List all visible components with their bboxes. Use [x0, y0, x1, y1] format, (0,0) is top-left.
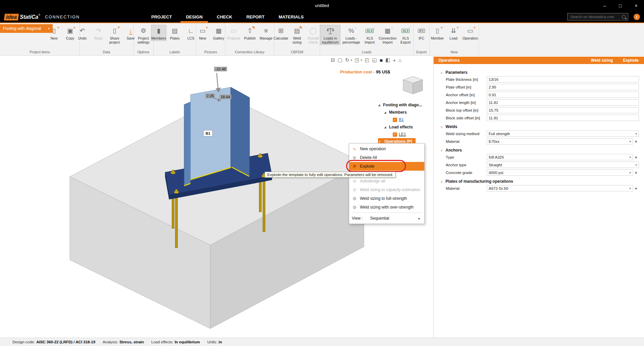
fit-view-icon[interactable]: ▢	[338, 57, 342, 63]
explode-action-button[interactable]: Explode	[623, 58, 639, 63]
3d-viewport[interactable]: -22.48 2.25 18.44 B1 Production cost-95 …	[0, 56, 434, 338]
weld-sizing-method-select[interactable]: Full strength ▾	[487, 130, 639, 137]
tree-item-members[interactable]: ◢ Members	[384, 109, 422, 116]
anchor-bolt-type-select[interactable]: 5/8 A325 ▾	[487, 154, 633, 160]
menu-item-weld-sizing-full-strength[interactable]: ⚙ Weld sizing to full-strength	[349, 194, 424, 203]
transparent-view-icon[interactable]: ◧	[385, 57, 390, 63]
ribbon-ifc-button[interactable]: IFC IFC	[414, 25, 429, 41]
expander-icon[interactable]: ◢	[378, 104, 381, 107]
minimize-button[interactable]: –	[597, 0, 612, 11]
ribbon-connection-import-button[interactable]: ▦↓ Connection Import	[378, 25, 397, 45]
block-top-offset-input[interactable]	[487, 107, 639, 113]
weld-material-select[interactable]: E70xx ▾	[487, 138, 633, 145]
plate-material-select[interactable]: A572 Gr.50 ▾	[487, 185, 633, 191]
search-input[interactable]	[570, 14, 622, 19]
checkbox-checked-icon[interactable]: ✓	[393, 132, 397, 137]
rotate-view-icon[interactable]: ↻	[345, 57, 350, 63]
ribbon-group-label: Connection Library	[225, 50, 274, 54]
info-button[interactable]: i	[634, 14, 640, 20]
menu-item-weld-sizing-over-strength[interactable]: ⚙ Weld sizing with over-strength	[349, 203, 424, 212]
orientation-cube[interactable]	[401, 75, 425, 97]
solid-view-icon[interactable]: ■	[380, 57, 383, 63]
tab-report[interactable]: REPORT	[239, 11, 271, 22]
search-box[interactable]	[567, 13, 628, 20]
tree-item-le1-label[interactable]: LE1	[399, 132, 406, 137]
ribbon-members-toggle[interactable]: ▮ Members	[151, 25, 166, 41]
maximize-button[interactable]: □	[612, 0, 628, 11]
member-tag-b1[interactable]: B1	[203, 130, 213, 136]
tree-item-b1-label[interactable]: B1	[399, 117, 404, 122]
close-button[interactable]: ×	[628, 0, 644, 11]
expander-icon[interactable]: ◢	[384, 111, 387, 114]
template-selector-dropdown[interactable]: Footing with diagonal ▾	[0, 24, 53, 33]
wireframe-view-icon[interactable]: ◰	[365, 57, 370, 63]
ribbon-xls-import-button[interactable]: XLS↓ XLS Import	[362, 25, 377, 45]
menu-item-weld-sizing-capacity[interactable]: ⚙ Weld sizing to capacity estimation	[349, 185, 424, 194]
plate-offset-input[interactable]	[487, 84, 639, 90]
section-anchors-header[interactable]: ∨ Anchors	[440, 148, 639, 153]
ribbon-publish-button[interactable]: ⇧✎ Publish	[242, 25, 258, 41]
add-plate-material-button[interactable]: +	[633, 186, 639, 191]
home-view-icon[interactable]: ⌂	[398, 57, 401, 63]
tab-project[interactable]: PROJECT	[144, 11, 179, 22]
hidden-line-view-icon[interactable]: ◱	[372, 57, 377, 63]
param-row-anchor-offset: Anchor offset [in]	[446, 92, 639, 98]
gear-icon: ⚙	[352, 187, 357, 192]
concrete-grade-select[interactable]: 4000 psi ▾	[487, 169, 633, 176]
block-side-offset-input[interactable]	[487, 115, 639, 121]
ribbon-picture-new-button[interactable]: ▭+ New	[195, 25, 210, 41]
ribbon-loads-percentage-button[interactable]: %↓ Loads - percentage	[341, 25, 361, 45]
section-plates-header[interactable]: ∨ Plates of manufacturing operations	[440, 179, 639, 184]
section-parameters-header[interactable]: ∨ Parameters	[440, 70, 639, 75]
ribbon-share-project-button[interactable]: ▯↗ Share project	[107, 25, 122, 45]
operations-panel: Operations Weld sizing Explode ∨ Paramet…	[434, 56, 644, 338]
anchor-offset-input[interactable]	[487, 92, 639, 98]
tree-item-load-effects[interactable]: ◢ Load effects	[384, 123, 422, 131]
ribbon-xls-export-button[interactable]: XLS↑ XLS Export	[398, 25, 413, 45]
crop-view-icon[interactable]: ◳	[355, 57, 359, 63]
ribbon-project-settings-button[interactable]: ⚙ Project settings	[133, 25, 153, 45]
expander-icon[interactable]: ◢	[384, 126, 387, 129]
tab-design[interactable]: DESIGN	[179, 11, 210, 22]
ribbon-loads-in-equilibrium-toggle[interactable]: Loads in equilibrium	[320, 25, 340, 45]
tree-item-le1[interactable]: ✓ LE1	[393, 131, 422, 138]
ribbon-propose-button[interactable]: ▭ Propose	[226, 25, 241, 41]
anchor-length-input[interactable]	[487, 99, 639, 106]
ribbon-calculate-button[interactable]: ⊞ Calculate	[273, 25, 289, 41]
section-title: Plates of manufacturing operations	[445, 179, 513, 184]
menu-item-new-operation[interactable]: ∿ New operation	[349, 145, 424, 153]
add-weld-material-button[interactable]: +	[633, 139, 639, 144]
menu-item-view[interactable]: View : Sequential ▸	[349, 214, 424, 223]
anchor-shape-select[interactable]: Straight ▾	[487, 162, 639, 168]
tab-materials[interactable]: MATERIALS	[272, 11, 311, 22]
section-view-icon[interactable]: ⊟	[331, 57, 335, 63]
ribbon-gallery-button[interactable]: ▦ Gallery	[211, 25, 226, 41]
checkbox-checked-icon[interactable]: ✓	[393, 118, 397, 122]
menu-item-autodesign-all[interactable]: ⚙ Autodesign all	[349, 177, 424, 185]
ribbon-manage-button[interactable]: ≡ Manage	[258, 25, 274, 41]
pan-view-icon[interactable]: +	[393, 57, 396, 63]
add-anchor-type-button[interactable]: +	[633, 155, 639, 160]
tree-item-b1[interactable]: ✓ B1	[393, 116, 422, 123]
gallery-icon: ▦	[213, 26, 224, 36]
ribbon-overall-check-button[interactable]: ◯ Overall check	[306, 25, 321, 45]
tree-item-root[interactable]: ◢ Footing with diago...	[378, 101, 422, 109]
chevron-down-icon[interactable]: ▾	[361, 59, 362, 62]
add-concrete-grade-button[interactable]: +	[633, 170, 639, 175]
plate-thickness-input[interactable]	[487, 76, 639, 82]
ribbon-new-operation-button[interactable]: ▭+ Operation	[462, 25, 479, 41]
expander-icon[interactable]: ▸	[379, 140, 383, 143]
ribbon-undo-button[interactable]: ↶ Undo	[75, 25, 90, 41]
section-welds-header[interactable]: ∨ Welds	[440, 124, 639, 129]
chevron-down-icon[interactable]: ▾	[351, 59, 352, 62]
ribbon-new-load-button[interactable]: ⇊+ Load	[446, 25, 461, 41]
param-row-plate-offset: Plate offset [in]	[446, 84, 639, 90]
ribbon-group-label: New	[430, 50, 479, 54]
ribbon-weld-sizing-button[interactable]: ▤✎ Weld sizing	[289, 25, 305, 45]
view-toolbar: ⊟ ▢ ↻ ▾ ◳ ▾ ◰ ◱ ■ ◧ + ⌂	[331, 57, 401, 63]
ribbon-new-member-button[interactable]: ▯+ Member	[430, 25, 445, 41]
ribbon-plates-toggle[interactable]: ▤ Plates	[167, 25, 182, 41]
weld-sizing-action-button[interactable]: Weld sizing	[591, 58, 613, 63]
ribbon-redo-button[interactable]: ↷ Redo	[91, 25, 106, 41]
tab-check[interactable]: CHECK	[210, 11, 239, 22]
